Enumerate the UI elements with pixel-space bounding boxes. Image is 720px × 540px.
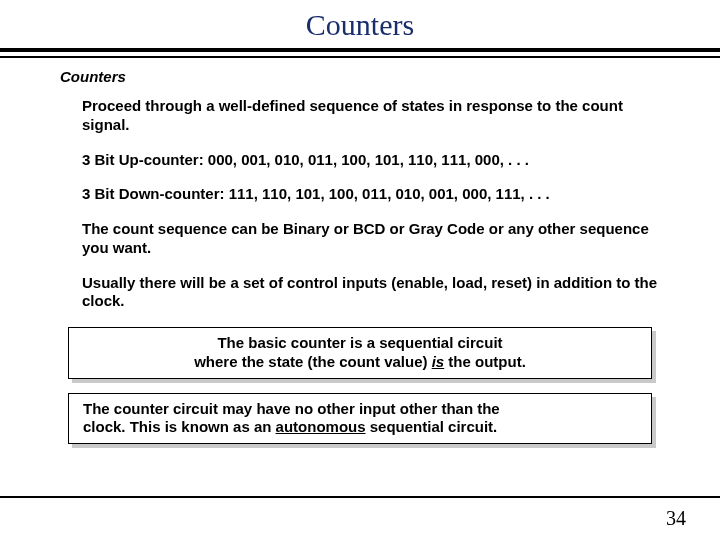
paragraph-sequence-types: The count sequence can be Binary or BCD … — [82, 220, 660, 258]
title-rule — [0, 48, 720, 58]
callout-box: The counter circuit may have no other in… — [68, 393, 652, 445]
callout1-line2a: where the state (the count value) — [194, 353, 432, 370]
callout-autonomous: The counter circuit may have no other in… — [68, 393, 652, 445]
section-heading: Counters — [60, 68, 660, 85]
callout1-line2b: the output. — [444, 353, 526, 370]
callout-basic-counter: The basic counter is a sequential circui… — [68, 327, 652, 379]
paragraph-intro: Proceed through a well-defined sequence … — [82, 97, 660, 135]
slide-title: Counters — [0, 0, 720, 48]
page-number: 34 — [666, 507, 686, 530]
callout2-line2b: sequential circuit. — [366, 418, 498, 435]
paragraph-up-counter: 3 Bit Up-counter: 000, 001, 010, 011, 10… — [82, 151, 660, 170]
callout2-line2a: clock. This is known as an — [83, 418, 276, 435]
paragraph-down-counter: 3 Bit Down-counter: 111, 110, 101, 100, … — [82, 185, 660, 204]
paragraph-control-inputs: Usually there will be a set of control i… — [82, 274, 660, 312]
content-area: Counters Proceed through a well-defined … — [0, 58, 720, 444]
callout1-line1: The basic counter is a sequential circui… — [217, 334, 502, 351]
footer-rule — [0, 496, 720, 498]
callout-box: The basic counter is a sequential circui… — [68, 327, 652, 379]
callout2-line1: The counter circuit may have no other in… — [83, 400, 500, 417]
callout2-autonomous: autonomous — [276, 418, 366, 435]
callout1-is: is — [432, 353, 445, 370]
